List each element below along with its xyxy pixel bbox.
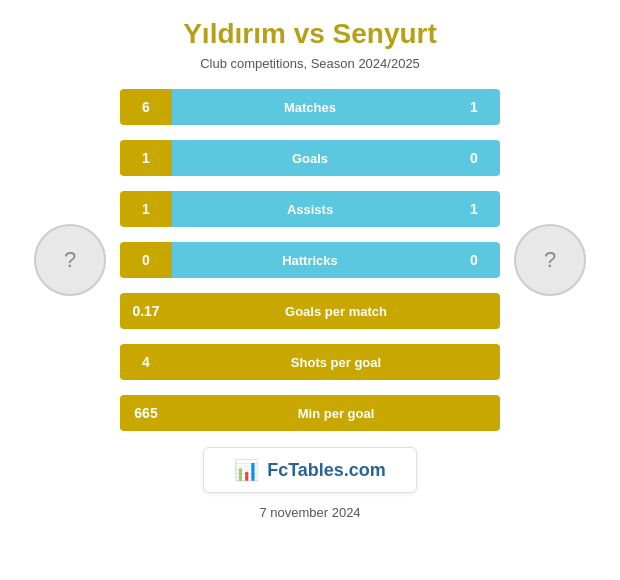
- stat-left-value: 1: [120, 140, 172, 176]
- stat-left-value: 6: [120, 89, 172, 125]
- logo-icon: 📊: [234, 458, 259, 482]
- stat-label: Matches: [172, 89, 448, 125]
- match-subtitle: Club competitions, Season 2024/2025: [200, 56, 420, 71]
- stat-right-value: 1: [448, 89, 500, 125]
- left-avatar-circle: ?: [34, 224, 106, 296]
- right-avatar-circle: ?: [514, 224, 586, 296]
- page-container: Yıldırım vs Senyurt Club competitions, S…: [0, 0, 620, 580]
- stat-row: 4Shots per goal: [120, 344, 500, 380]
- stat-row: 1Assists1: [120, 191, 500, 227]
- stat-label: Hattricks: [172, 242, 448, 278]
- logo-text: FcTables.com: [267, 460, 386, 481]
- stat-right-value: 0: [448, 242, 500, 278]
- stat-single-label: Goals per match: [172, 293, 500, 329]
- stat-right-value: 0: [448, 140, 500, 176]
- player-left-avatar: ?: [20, 150, 120, 370]
- stat-left-value: 1: [120, 191, 172, 227]
- stat-right-value: 1: [448, 191, 500, 227]
- player-right-avatar: ?: [500, 150, 600, 370]
- stat-label: Goals: [172, 140, 448, 176]
- stat-left-value: 0: [120, 242, 172, 278]
- stat-row: 0Hattricks0: [120, 242, 500, 278]
- stat-row: 6Matches1: [120, 89, 500, 125]
- stat-row: 1Goals0: [120, 140, 500, 176]
- logo-box: 📊 FcTables.com: [203, 447, 417, 493]
- left-avatar-icon: ?: [64, 247, 76, 273]
- stat-single-label: Min per goal: [172, 395, 500, 431]
- stat-row: 0.17Goals per match: [120, 293, 500, 329]
- stat-label: Assists: [172, 191, 448, 227]
- stat-row: 665Min per goal: [120, 395, 500, 431]
- stat-single-label: Shots per goal: [172, 344, 500, 380]
- match-title: Yıldırım vs Senyurt: [183, 18, 437, 50]
- footer-date: 7 november 2024: [259, 505, 360, 520]
- stat-single-value: 0.17: [120, 293, 172, 329]
- stats-area: 6Matches11Goals01Assists10Hattricks00.17…: [120, 89, 500, 431]
- comparison-area: ? 6Matches11Goals01Assists10Hattricks00.…: [10, 89, 610, 431]
- stat-single-value: 4: [120, 344, 172, 380]
- stat-single-value: 665: [120, 395, 172, 431]
- right-avatar-icon: ?: [544, 247, 556, 273]
